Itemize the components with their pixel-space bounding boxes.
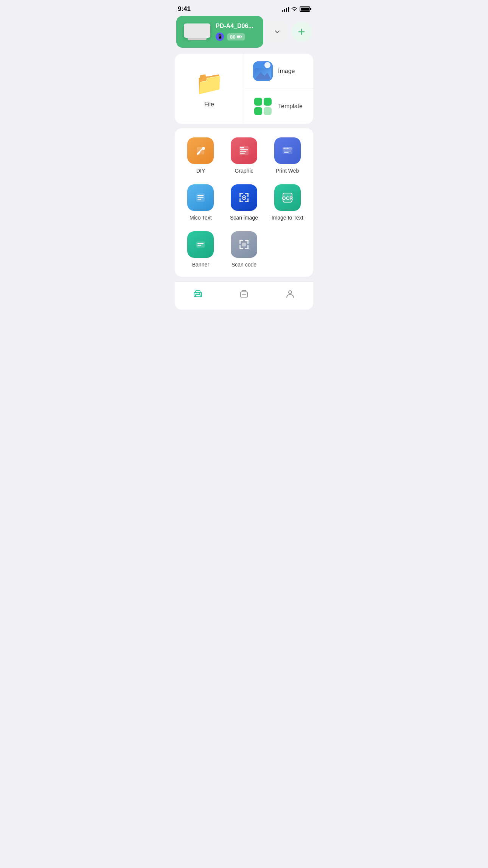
svg-rect-31 <box>239 193 241 197</box>
device-battery: 80 <box>227 33 245 41</box>
graphic-label: Graphic <box>235 168 253 174</box>
svg-rect-56 <box>196 295 200 297</box>
apps-grid-2col: Banner Scan code <box>181 231 307 268</box>
svg-point-23 <box>287 148 288 149</box>
svg-rect-25 <box>284 152 289 153</box>
app-graphic[interactable]: Graphic <box>224 137 264 174</box>
signal-icon <box>282 6 289 12</box>
image-label: Image <box>278 68 295 75</box>
app-diy[interactable]: DIY <box>181 137 221 174</box>
image-card[interactable]: Image <box>244 54 313 89</box>
template-icon <box>253 97 273 116</box>
svg-rect-16 <box>240 149 248 150</box>
svg-rect-43 <box>197 243 204 244</box>
svg-rect-15 <box>240 147 244 148</box>
svg-rect-28 <box>197 197 204 198</box>
app-imagetotext[interactable]: OCR Image to Text <box>267 184 307 221</box>
svg-point-57 <box>199 293 200 295</box>
svg-rect-17 <box>240 151 246 152</box>
svg-rect-2 <box>241 36 242 37</box>
svg-point-12 <box>202 147 205 150</box>
svg-rect-18 <box>240 153 245 154</box>
printweb-label: Print Web <box>276 168 299 174</box>
svg-rect-24 <box>284 151 291 151</box>
svg-rect-46 <box>239 240 241 244</box>
svg-point-22 <box>285 148 286 149</box>
svg-point-60 <box>289 291 292 294</box>
nav-profile[interactable] <box>277 287 303 301</box>
imagetotext-icon: OCR <box>274 184 301 211</box>
svg-rect-48 <box>247 240 249 244</box>
svg-rect-50 <box>239 245 241 249</box>
device-name: PD-A4_D06... <box>216 23 256 30</box>
svg-rect-29 <box>197 199 201 200</box>
micotext-label: Mico Text <box>190 215 212 221</box>
svg-point-21 <box>283 148 284 149</box>
wifi-icon <box>291 7 297 11</box>
banner-icon <box>187 231 214 258</box>
svg-rect-1 <box>237 36 240 37</box>
imagetotext-label: Image to Text <box>272 215 303 221</box>
device-badges: 📱 80 <box>216 33 256 41</box>
scancode-label: Scan code <box>232 262 256 268</box>
device-card[interactable]: PD-A4_D06... 📱 80 <box>176 16 263 48</box>
svg-rect-37 <box>247 198 249 202</box>
svg-rect-44 <box>197 245 201 246</box>
battery-icon <box>300 6 310 12</box>
scanimage-icon <box>231 184 257 211</box>
banner-label: Banner <box>192 262 209 268</box>
profile-nav-icon <box>285 288 295 299</box>
bottom-nav <box>175 281 313 310</box>
status-icons <box>282 6 310 12</box>
status-bar: 9:41 <box>170 0 318 16</box>
bluetooth-icon: 📱 <box>216 33 224 41</box>
print-nav-icon <box>193 288 203 299</box>
app-printweb[interactable]: Print Web <box>267 137 307 174</box>
micotext-icon <box>187 184 214 211</box>
work-nav-icon <box>239 288 249 299</box>
svg-text:OCR: OCR <box>282 195 293 201</box>
dropdown-button[interactable] <box>267 20 288 44</box>
svg-rect-53 <box>242 243 246 246</box>
image-icon <box>253 61 273 81</box>
svg-rect-42 <box>196 242 205 248</box>
apps-grid: DIY Graphic <box>181 137 307 221</box>
template-card[interactable]: Template <box>244 89 313 124</box>
battery-small-icon <box>237 35 242 38</box>
apps-section: DIY Graphic <box>175 128 313 277</box>
template-label: Template <box>278 103 303 110</box>
graphic-icon <box>231 137 257 164</box>
diy-icon <box>187 137 214 164</box>
top-cards: 📁 File Image <box>175 54 313 124</box>
svg-rect-52 <box>247 245 249 249</box>
printweb-icon <box>274 137 301 164</box>
svg-rect-35 <box>239 198 241 202</box>
device-image <box>184 23 210 41</box>
app-scancode[interactable]: Scan code <box>224 231 264 268</box>
device-info: PD-A4_D06... 📱 80 <box>216 23 256 41</box>
nav-work[interactable] <box>231 287 257 301</box>
app-scanimage[interactable]: Scan image <box>224 184 264 221</box>
header-row: PD-A4_D06... 📱 80 <box>170 16 318 54</box>
app-micotext[interactable]: Mico Text <box>181 184 221 221</box>
app-banner[interactable]: Banner <box>181 231 221 268</box>
add-device-button[interactable] <box>291 22 312 42</box>
file-card[interactable]: 📁 File <box>175 54 244 124</box>
nav-print[interactable] <box>185 287 211 301</box>
file-label: File <box>204 101 214 108</box>
svg-rect-33 <box>247 193 249 197</box>
svg-point-39 <box>243 197 245 198</box>
scancode-icon <box>231 231 257 258</box>
folder-icon: 📁 <box>195 70 224 97</box>
svg-rect-27 <box>197 195 204 196</box>
svg-point-9 <box>264 62 270 68</box>
status-time: 9:41 <box>178 5 191 13</box>
scanimage-label: Scan image <box>230 215 258 221</box>
diy-label: DIY <box>196 168 205 174</box>
